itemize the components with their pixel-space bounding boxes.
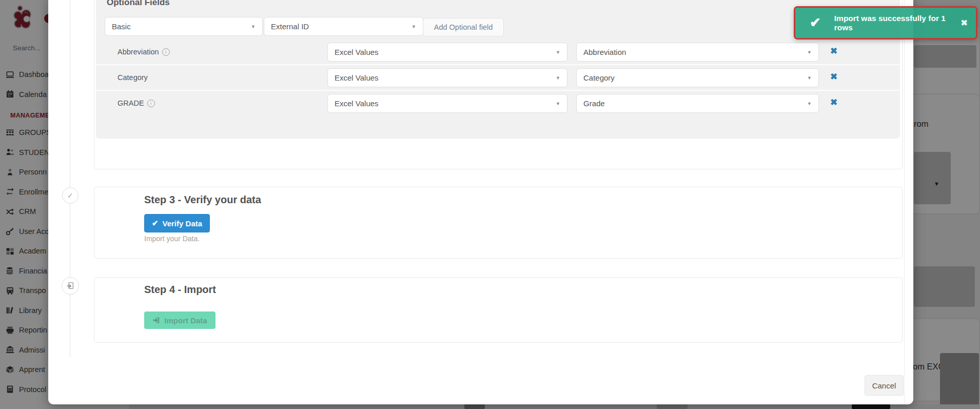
step3-note: Import your Data. [144,235,200,243]
sign-in-icon [152,317,160,324]
info-icon[interactable]: i [162,48,170,56]
modal-edge-divider [904,0,905,404]
optional-field-select-value: External ID [271,22,309,31]
source-column-select[interactable]: Excel Values▼ [327,43,567,62]
field-mapping-row: Category i Excel Values▼ Category▼ ✖ [96,64,900,90]
step4-timeline-import-icon [62,277,79,295]
step4-title: Step 4 - Import [144,284,216,296]
field-label: GRADE i [117,91,155,115]
import-data-button[interactable]: Import Data [144,311,215,329]
check-icon: ✔ [152,219,159,228]
field-mapping-row: Abbreviation i Excel Values▼ Abbreviatio… [96,40,900,64]
remove-field-icon[interactable]: ✖ [827,95,841,109]
source-column-select[interactable]: Excel Values▼ [327,68,567,87]
remove-field-icon[interactable]: ✖ [827,44,841,58]
field-mapping-row: GRADE i Excel Values▼ Grade▼ ✖ [96,90,900,115]
field-mapping-rows: Abbreviation i Excel Values▼ Abbreviatio… [96,40,900,115]
import-wizard-modal: ✓ Optional Fields Basic ▼ External ID ▼ [48,0,913,404]
step4-card: Step 4 - Import Import Data [94,277,903,343]
chevron-down-icon: ▼ [556,75,560,81]
target-field-select[interactable]: Abbreviation▼ [576,43,819,62]
import-data-label: Import Data [164,316,207,325]
chevron-down-icon: ▼ [556,101,560,106]
toast-message: Import was successfully for 1 rows [834,14,961,32]
chevron-down-icon: ▼ [411,24,416,29]
optional-field-select[interactable]: External ID ▼ [264,17,423,36]
verify-data-label: Verify Data [163,219,203,228]
step3-title: Step 3 - Verify your data [144,194,261,206]
chevron-down-icon: ▼ [251,24,256,29]
toast-close-icon[interactable]: ✖ [961,18,968,28]
step3-card: Step 3 - Verify your data ✔ Verify Data … [94,187,903,259]
source-column-select[interactable]: Excel Values▼ [327,94,567,113]
optional-fields-panel: Optional Fields Basic ▼ External ID ▼ Ad… [96,0,900,139]
remove-field-icon[interactable]: ✖ [827,69,841,84]
field-category-select[interactable]: Basic ▼ [105,17,263,36]
steps-timeline-line [70,0,70,357]
verify-data-button[interactable]: ✔ Verify Data [144,214,210,232]
cancel-button[interactable]: Cancel [865,375,904,396]
field-label: Category i [117,65,148,90]
step3-timeline-check-icon: ✓ [62,187,79,204]
add-optional-field-label: Add Optional field [434,23,493,31]
chevron-down-icon: ▼ [807,50,812,55]
mapping-card: Optional Fields Basic ▼ External ID ▼ Ad… [94,0,903,169]
chevron-down-icon: ▼ [807,75,812,81]
cancel-label: Cancel [872,381,896,390]
field-category-select-value: Basic [112,22,131,31]
success-toast[interactable]: ✔ Import was successfully for 1 rows ✖ [794,6,977,40]
add-optional-field-button[interactable]: Add Optional field [423,18,504,36]
toast-check-icon: ✔ [810,15,821,31]
target-field-select[interactable]: Category▼ [576,68,819,87]
chevron-down-icon: ▼ [556,50,560,55]
optional-fields-title: Optional Fields [107,0,170,8]
target-field-select[interactable]: Grade▼ [576,94,819,113]
info-icon[interactable]: i [147,100,155,107]
chevron-down-icon: ▼ [807,101,812,106]
field-label: Abbreviation i [117,40,170,64]
screen: DashboaCalendaMANAGEMENGROUPSSTUDENPerso… [0,0,980,409]
